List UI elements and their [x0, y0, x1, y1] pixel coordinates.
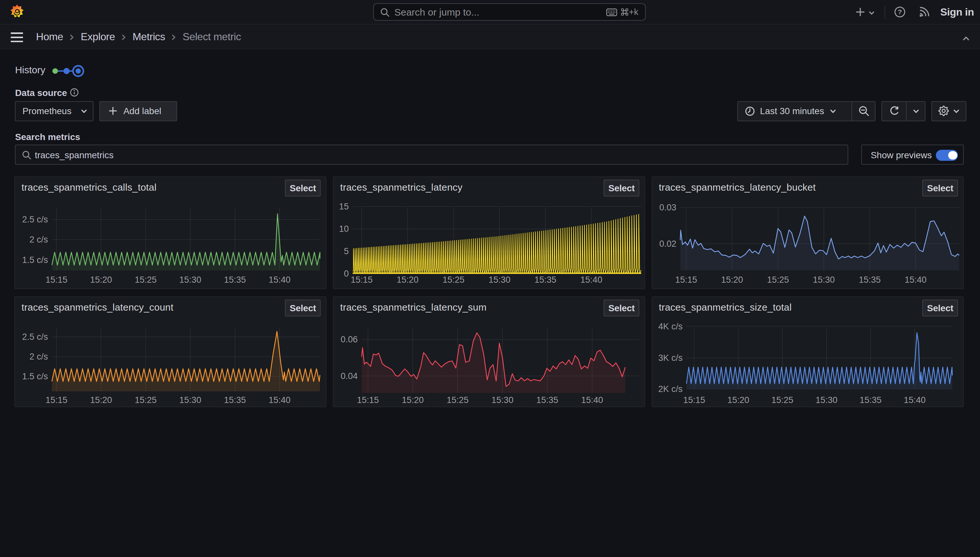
svg-text:15:20: 15:20 [402, 395, 424, 405]
svg-text:15:15: 15:15 [46, 275, 67, 284]
svg-text:15:15: 15:15 [46, 395, 67, 405]
svg-text:15:25: 15:25 [771, 395, 794, 405]
svg-text:15:25: 15:25 [135, 275, 157, 284]
svg-text:2 c/s: 2 c/s [29, 352, 48, 361]
svg-text:15:35: 15:35 [860, 395, 882, 405]
svg-text:15:20: 15:20 [728, 395, 750, 405]
svg-text:2 c/s: 2 c/s [29, 235, 48, 244]
svg-text:15:35: 15:35 [536, 395, 559, 405]
svg-text:15:20: 15:20 [90, 275, 112, 284]
svg-text:15:20: 15:20 [397, 275, 419, 284]
svg-text:15:35: 15:35 [534, 275, 557, 284]
svg-text:15:30: 15:30 [813, 275, 835, 284]
svg-text:15:40: 15:40 [269, 395, 291, 405]
svg-text:15:25: 15:25 [447, 395, 469, 405]
svg-text:15:40: 15:40 [904, 395, 926, 405]
svg-text:15: 15 [339, 201, 349, 211]
svg-text:10: 10 [339, 224, 349, 233]
svg-text:15:35: 15:35 [224, 275, 246, 284]
svg-text:15:20: 15:20 [721, 275, 743, 284]
svg-text:0.04: 0.04 [341, 371, 358, 381]
svg-text:15:20: 15:20 [90, 395, 112, 405]
svg-text:15:25: 15:25 [767, 275, 789, 284]
svg-text:1.5 c/s: 1.5 c/s [22, 255, 48, 265]
svg-text:15:25: 15:25 [135, 395, 157, 405]
svg-text:15:15: 15:15 [351, 275, 373, 284]
svg-text:2K c/s: 2K c/s [658, 384, 683, 394]
svg-text:15:40: 15:40 [581, 275, 603, 284]
svg-text:15:30: 15:30 [492, 395, 514, 405]
svg-text:15:30: 15:30 [815, 395, 838, 405]
svg-text:15:15: 15:15 [683, 395, 706, 405]
svg-text:15:25: 15:25 [443, 275, 465, 284]
svg-text:1.5 c/s: 1.5 c/s [22, 371, 48, 381]
svg-text:15:40: 15:40 [269, 275, 291, 284]
svg-text:5: 5 [344, 246, 349, 256]
svg-text:4K c/s: 4K c/s [658, 321, 683, 331]
svg-text:15:40: 15:40 [581, 395, 603, 405]
svg-text:15:30: 15:30 [180, 275, 201, 284]
svg-text:2.5 c/s: 2.5 c/s [22, 214, 48, 224]
svg-text:15:15: 15:15 [675, 275, 697, 284]
svg-text:15:30: 15:30 [180, 395, 201, 405]
svg-text:0.06: 0.06 [341, 334, 358, 344]
svg-text:0.03: 0.03 [659, 202, 676, 212]
svg-text:2.5 c/s: 2.5 c/s [22, 332, 48, 341]
svg-text:0.02: 0.02 [659, 239, 676, 248]
svg-text:15:35: 15:35 [859, 275, 881, 284]
svg-text:15:35: 15:35 [224, 395, 246, 405]
svg-text:0: 0 [344, 269, 349, 278]
svg-text:15:40: 15:40 [905, 275, 927, 284]
svg-text:15:15: 15:15 [357, 395, 379, 405]
svg-text:15:30: 15:30 [489, 275, 511, 284]
svg-text:?: ? [898, 8, 902, 16]
svg-text:3K c/s: 3K c/s [658, 353, 683, 363]
